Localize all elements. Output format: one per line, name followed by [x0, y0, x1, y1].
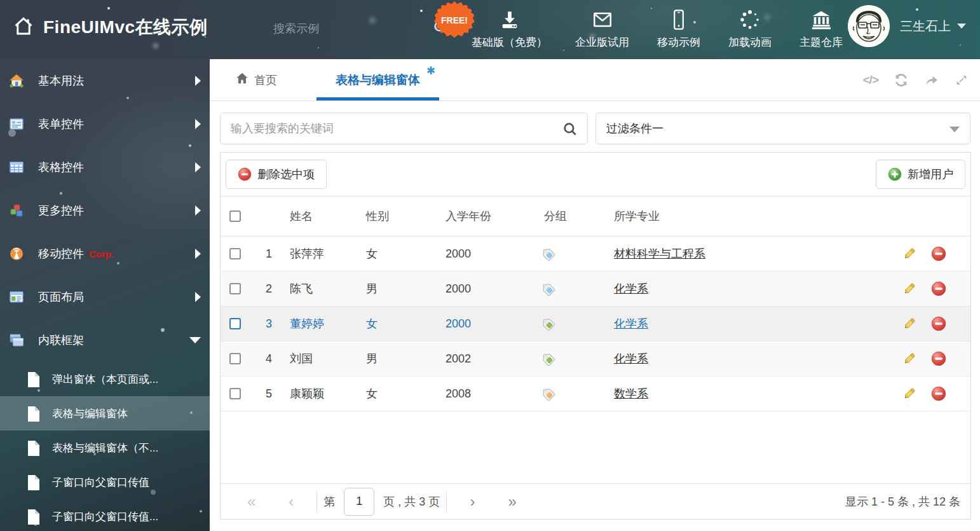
page-input[interactable] [344, 488, 374, 516]
row-number: 1 [251, 247, 280, 261]
keyword-search-box [220, 113, 588, 144]
nav-theme-repository[interactable]: 主题仓库 [786, 8, 857, 50]
page-prefix: 第 [323, 494, 335, 509]
edit-icon[interactable] [902, 316, 917, 331]
major-link[interactable]: 化学系 [614, 281, 648, 296]
major-link[interactable]: 数学系 [614, 386, 648, 401]
tab-home[interactable]: 首页 [219, 59, 294, 100]
cell-year: 2002 [435, 352, 534, 366]
frames-icon [9, 333, 24, 348]
tag-icon[interactable] [540, 246, 555, 261]
sidebar-subitem-label: 表格与编辑窗体（不... [52, 441, 158, 455]
envelope-icon [591, 8, 614, 31]
sidebar-item-label: 表单控件 [38, 116, 84, 132]
header-search-input[interactable] [273, 22, 362, 36]
column-header-major[interactable]: 所学专业 [604, 209, 894, 224]
filter-dropdown[interactable]: 过滤条件一 [595, 113, 970, 144]
sidebar-item-page-layout[interactable]: 页面布局 [0, 275, 210, 319]
nav-basic-edition[interactable]: 基础版（免费） [458, 8, 561, 50]
table-row-selected: 3 董婷婷 女 2000 化学系 [221, 307, 970, 341]
search-icon[interactable] [432, 19, 449, 38]
layout-icon [9, 289, 24, 305]
delete-selected-button[interactable]: 删除选中项 [226, 160, 327, 189]
minus-icon [238, 167, 252, 181]
column-header-gender[interactable]: 性别 [356, 209, 435, 224]
last-page-icon[interactable]: » [491, 494, 533, 509]
delete-icon[interactable] [931, 351, 946, 366]
edit-icon[interactable] [902, 281, 917, 296]
refresh-icon[interactable] [894, 72, 909, 88]
row-checkbox[interactable] [229, 318, 241, 329]
next-page-icon[interactable]: › [453, 494, 491, 509]
cell-year: 2000 [435, 317, 534, 331]
row-checkbox[interactable] [229, 388, 241, 399]
close-icon[interactable]: ✱ [426, 66, 435, 76]
spinner-icon [739, 8, 761, 31]
mobile-icon [669, 8, 688, 31]
tag-icon[interactable] [540, 316, 555, 331]
edit-icon[interactable] [902, 386, 917, 401]
add-user-button[interactable]: 新增用户 [876, 160, 965, 189]
sidebar-item-label: 更多控件 [38, 203, 84, 218]
share-icon[interactable] [924, 72, 939, 88]
filter-row: 过滤条件一 [210, 101, 980, 144]
sidebar-item-grid-controls[interactable]: 表格控件 [0, 146, 210, 189]
delete-icon[interactable] [931, 316, 946, 331]
column-header-year[interactable]: 入学年份 [435, 209, 534, 224]
major-link[interactable]: 材料科学与工程系 [614, 246, 705, 261]
major-link[interactable]: 化学系 [614, 316, 648, 331]
button-label: 删除选中项 [257, 167, 315, 182]
sidebar-subitem-child-to-parent-2[interactable]: 子窗口向父窗口传值... [0, 499, 210, 531]
column-header-name[interactable]: 姓名 [280, 209, 356, 224]
search-icon[interactable] [562, 121, 578, 140]
sidebar-item-more-controls[interactable]: 更多控件 [0, 189, 210, 232]
nav-loading-animations[interactable]: 加载动画 [714, 8, 786, 50]
antenna-icon [9, 246, 24, 261]
delete-icon[interactable] [931, 281, 946, 296]
nav-mobile-examples[interactable]: 移动示例 [643, 8, 714, 50]
sidebar-item-basic-usage[interactable]: 基本用法 [0, 59, 210, 102]
nav-enterprise-trial[interactable]: 企业版试用 [561, 8, 643, 50]
sidebar-subitem-grid-edit-window-2[interactable]: 表格与编辑窗体（不... [0, 431, 210, 465]
first-page-icon[interactable]: « [231, 494, 272, 509]
code-icon[interactable]: </> [863, 73, 878, 87]
file-icon [27, 371, 41, 387]
sidebar-subitem-child-to-parent[interactable]: 子窗口向父窗口传值 [0, 465, 210, 499]
sidebar-item-mobile-controls[interactable]: 移动控件 Corp. [0, 232, 210, 275]
delete-icon[interactable] [931, 386, 946, 401]
row-checkbox[interactable] [229, 283, 241, 294]
free-badge: FREE! [434, 1, 475, 39]
delete-icon[interactable] [931, 246, 946, 261]
tag-icon[interactable] [540, 351, 555, 366]
cell-gender: 女 [356, 316, 435, 331]
keyword-search-input[interactable] [221, 113, 587, 144]
sidebar-subitem-label: 表格与编辑窗体 [52, 406, 128, 421]
column-header-group[interactable]: 分组 [534, 209, 604, 224]
tag-icon[interactable] [540, 386, 555, 401]
select-all-checkbox[interactable] [229, 210, 241, 222]
sidebar-subitem-popup-window[interactable]: 弹出窗体（本页面或... [0, 362, 210, 396]
row-checkbox[interactable] [229, 248, 241, 259]
sidebar-subitem-grid-edit-window[interactable]: 表格与编辑窗体 [0, 396, 210, 431]
cell-gender: 女 [356, 246, 435, 261]
prev-page-icon[interactable]: ‹ [272, 494, 310, 509]
grid-panel: 删除选中项 新增用户 姓名 性别 入学年份 分组 所学专业 [220, 152, 971, 520]
edit-icon[interactable] [902, 351, 917, 366]
tag-icon[interactable] [540, 281, 555, 296]
expand-icon[interactable] [955, 73, 969, 87]
user-menu[interactable]: 三生石上 [848, 5, 966, 47]
cell-gender: 男 [356, 281, 435, 296]
sidebar-item-iframe[interactable]: 内联框架 [0, 319, 210, 362]
edit-icon[interactable] [902, 246, 917, 261]
chevron-right-icon [195, 119, 201, 129]
file-icon [27, 440, 41, 455]
tab-grid-edit-window[interactable]: 表格与编辑窗体 ✱ [316, 59, 439, 100]
pager-divider [446, 491, 447, 513]
major-link[interactable]: 化学系 [614, 351, 648, 366]
chevron-right-icon [195, 162, 201, 172]
pager-divider [316, 491, 317, 513]
app-logo[interactable]: FineUIMvc在线示例 [13, 15, 208, 39]
sidebar-item-form-controls[interactable]: 表单控件 [0, 102, 210, 146]
header-nav: 基础版（免费） 企业版试用 移动示例 [458, 8, 857, 50]
row-checkbox[interactable] [229, 353, 241, 364]
